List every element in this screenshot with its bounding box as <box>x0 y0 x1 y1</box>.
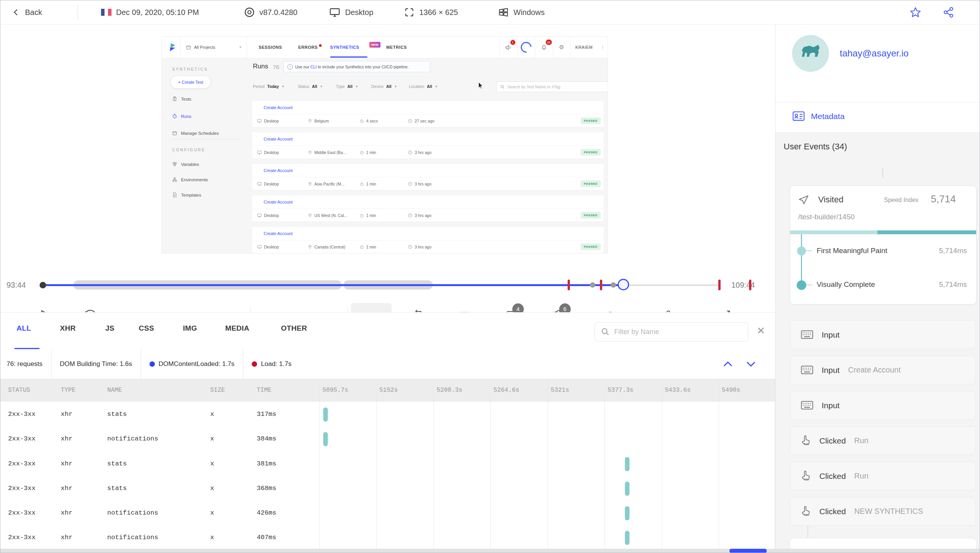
app-tab-synthetics[interactable]: SYNTHETICS <box>330 36 359 58</box>
dom-building-summary: DOM Building Time: 1.6s <box>51 349 141 379</box>
run-name-link[interactable]: Create Account <box>252 101 604 114</box>
run-name-link[interactable]: Create Account <box>252 132 604 146</box>
fmp-value: 5,714ms <box>939 247 967 255</box>
share-button[interactable] <box>943 0 954 24</box>
jump-next-icon[interactable] <box>745 359 757 369</box>
metadata-button[interactable]: Metadata <box>792 111 845 121</box>
user-email-link[interactable]: tahay@asayer.io <box>840 48 909 59</box>
sidebar-item-environments[interactable]: Environments <box>172 177 208 182</box>
network-request-row[interactable]: 2xx-3xx xhr stats x 317ms <box>0 402 775 427</box>
cli-link[interactable]: CLI <box>311 65 317 69</box>
back-button[interactable]: Back <box>12 0 42 24</box>
speed-index-label: Speed Index <box>884 197 919 204</box>
timeline-event-dot[interactable] <box>611 282 616 288</box>
run-name-link[interactable]: Create Account <box>252 227 604 240</box>
info-icon: i <box>287 64 293 70</box>
tab-js[interactable]: JS <box>105 324 115 333</box>
network-table-header: STATUS TYPE NAME SIZE TIME 5095.7s 5152s… <box>0 379 775 402</box>
bottom-scroll-strip[interactable] <box>0 549 980 553</box>
network-request-row[interactable]: 2xx-3xx xhr stats x 368ms <box>0 476 775 501</box>
tab-other[interactable]: OTHER <box>281 324 307 333</box>
filter-location[interactable]: LocationAll▼ <box>409 84 438 89</box>
tab-all[interactable]: ALL <box>17 324 31 333</box>
sidebar-item-variables[interactable]: Variables <box>172 162 199 167</box>
timeline-track-remaining[interactable] <box>623 285 719 286</box>
tab-css[interactable]: CSS <box>139 324 154 333</box>
visited-event-card[interactable]: Visited Speed Index 5,714 /test-builder/… <box>790 185 977 305</box>
vc-label: Visually Complete <box>817 280 875 289</box>
run-card[interactable]: Create Account Desktop Middle East (Ba..… <box>252 132 604 159</box>
run-card[interactable]: Create Account Desktop Belgium 4 secs 27… <box>252 101 604 127</box>
clicked-event-card[interactable]: ClickedRun <box>790 426 976 455</box>
keyboard-icon <box>801 401 813 410</box>
tab-img[interactable]: IMG <box>183 324 197 333</box>
user-menu[interactable]: KRAIEM <box>570 36 598 58</box>
sidebar-item-runs[interactable]: Runs <box>172 114 191 119</box>
app-tab-metrics[interactable]: METRICS <box>386 36 407 58</box>
asayer-logo-icon <box>167 42 178 53</box>
session-date: Dec 09, 2020, 05:10 PM <box>101 0 199 24</box>
clipboard-icon <box>172 96 177 101</box>
settings-button[interactable]: ⚙ <box>553 36 570 58</box>
create-test-button[interactable]: + Create Test <box>170 76 211 89</box>
sidebar-section-synthetics: SYNTHETICS <box>172 67 208 71</box>
input-event-card[interactable]: Input <box>790 320 976 349</box>
stopwatch-icon <box>360 245 364 249</box>
network-request-row[interactable]: 2xx-3xx xhr notifications x 407ms <box>0 525 775 550</box>
user-identity-card: tahay@asayer.io Metadata <box>776 24 980 133</box>
run-name-link[interactable]: Create Account <box>252 164 604 177</box>
app-tab-sessions[interactable]: SESSIONS <box>259 36 282 58</box>
close-panel-icon[interactable]: ✕ <box>757 325 765 337</box>
run-card[interactable]: Create Account Desktop Asia Pacific (M..… <box>252 164 604 190</box>
filter-type[interactable]: TypeAll▼ <box>336 84 358 89</box>
clicked-event-card[interactable]: ClickedNEW SYNTHETICS <box>790 497 976 526</box>
resolution-value: 1366 × 625 <box>419 8 458 17</box>
timeline-track-played[interactable] <box>43 284 623 286</box>
network-request-row[interactable]: 2xx-3xx xhr notifications x 426ms <box>0 501 775 525</box>
timeline-event-dot[interactable] <box>590 282 595 288</box>
filter-device[interactable]: DeviceAll▼ <box>371 84 397 89</box>
app-tab-errors[interactable]: ERRORS <box>298 36 322 58</box>
project-selector[interactable]: All Projects ▼ <box>180 36 247 58</box>
test-search-input[interactable]: Search by Test Name or #Tag <box>496 81 608 92</box>
sidebar-item-tests[interactable]: Tests <box>172 96 191 101</box>
timeline-error-marker[interactable] <box>600 280 602 290</box>
run-card[interactable]: Create Account Desktop Canada (Central) … <box>252 227 604 253</box>
playhead-handle[interactable] <box>618 279 629 290</box>
filter-by-name-input[interactable]: Filter by Name <box>595 322 748 341</box>
input-event-card[interactable]: Input <box>790 391 976 420</box>
timeline-error-marker[interactable] <box>749 280 751 290</box>
sidebar-divider <box>172 139 241 139</box>
timeline-error-marker[interactable] <box>718 280 721 290</box>
loading-spinner <box>517 36 535 58</box>
network-request-row[interactable]: 2xx-3xx xhr stats x 381ms <box>0 452 775 476</box>
tab-xhr[interactable]: XHR <box>60 324 76 333</box>
filter-status[interactable]: StatusAll▼ <box>298 84 323 89</box>
sidebar-item-templates[interactable]: Templates <box>172 192 201 197</box>
sidebar-item-manage-schedules[interactable]: Manage Schedules <box>172 131 219 136</box>
tab-media[interactable]: MEDIA <box>225 324 249 333</box>
network-request-row[interactable]: 2xx-3xx xhr notifications x 384ms <box>0 427 775 451</box>
filter-period[interactable]: PeriodToday▼ <box>253 84 284 89</box>
timeline-error-marker[interactable] <box>568 280 570 290</box>
clicked-event-card[interactable]: ClickedRun <box>790 462 976 490</box>
jump-prev-icon[interactable] <box>722 359 734 369</box>
announcements-button[interactable]: 1 <box>499 36 517 58</box>
run-card[interactable]: Create Account Desktop US West (N. Cal..… <box>252 195 604 222</box>
clock-icon <box>408 245 412 249</box>
clock-icon <box>408 119 412 123</box>
playback-timeline[interactable]: 93:44 109:44 <box>0 277 775 301</box>
keyboard-icon <box>801 330 813 339</box>
scrollbar-thumb[interactable] <box>729 549 767 553</box>
recorded-cursor-icon <box>478 82 484 89</box>
desktop-icon <box>257 245 262 249</box>
run-name-link[interactable]: Create Account <box>252 195 604 209</box>
notifications-badge: 33 <box>546 40 552 45</box>
current-time-label: 93:44 <box>7 281 26 290</box>
notifications-button[interactable]: 33 <box>535 36 553 58</box>
kebab-menu[interactable]: ⋮ <box>598 36 608 58</box>
col-t5: 5377.3s <box>608 379 633 402</box>
favorite-button[interactable] <box>910 0 921 24</box>
errors-dot-badge <box>319 44 322 47</box>
input-event-card[interactable]: InputCreate Account <box>790 356 976 384</box>
